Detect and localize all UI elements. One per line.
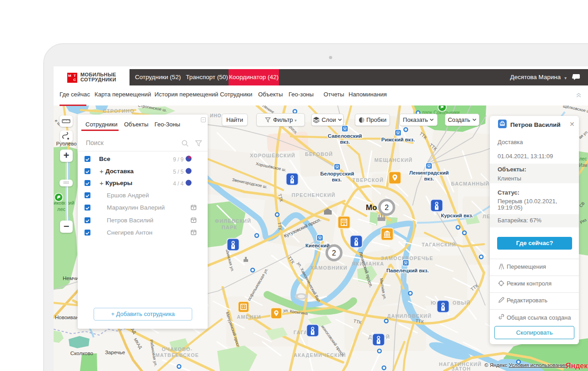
svg-text:Мытная ул.: Мытная ул. [379, 278, 387, 300]
svg-text:ТТК: ТТК [429, 142, 438, 151]
svg-text:ЯКИМАНКА: ЯКИМАНКА [352, 261, 384, 266]
svg-text:Курский вкз.: Курский вкз. [441, 213, 473, 218]
svg-text:ХОРОШЁВСКИЙ: ХОРОШЁВСКИЙ [250, 153, 295, 158]
svg-text:Павелецкий вкз.: Павелецкий вкз. [386, 268, 429, 273]
svg-text:ИНО: ИНО [210, 113, 221, 118]
svg-text:Рижский вкз.: Рижский вкз. [381, 137, 415, 142]
svg-text:ТТК: ТТК [469, 283, 479, 292]
svg-text:ТАГАНСКИЙ: ТАГАНСКИЙ [422, 242, 456, 247]
svg-text:Минская ул.: Минская ул. [225, 249, 235, 272]
svg-text:Савеловский: Савеловский [328, 133, 362, 139]
svg-text:ФИЛЁВСКИЙ: ФИЛЁВСКИЙ [215, 218, 251, 224]
svg-text:вкз.: вкз. [340, 139, 350, 145]
svg-text:ЗАТОН: ЗАТОН [452, 366, 471, 371]
svg-text:ТТК: ТТК [287, 255, 295, 265]
svg-text:Звенигородское ш.: Звенигородское ш. [232, 177, 268, 189]
svg-text:ТТК: ТТК [415, 318, 424, 324]
svg-text:Кутузовский просп.: Кутузовский просп. [283, 217, 322, 239]
svg-text:вкз.: вкз. [424, 176, 434, 181]
svg-text:ТТК: ТТК [353, 318, 362, 325]
svg-text:ТТК: ТТК [419, 131, 428, 140]
svg-text:БЕГОВОЙ: БЕГОВОЙ [305, 151, 333, 157]
svg-text:ТВЕРСКОЙ: ТВЕРСКОЙ [353, 177, 384, 183]
svg-text:Ленинградский: Ленинградский [409, 170, 448, 175]
svg-text:ТТК: ТТК [277, 222, 283, 231]
svg-text:осфильмовская ул.: осфильмовская ул. [247, 267, 269, 301]
svg-text:ТТК: ТТК [277, 193, 284, 202]
svg-text:ПРЕСНЕНСКИЙ: ПРЕСНЕНСКИЙ [292, 192, 335, 198]
svg-text:Хорошёвское ш.: Хорошёвское ш. [255, 161, 287, 172]
svg-text:Щёлковское ш: Щёлковское ш [563, 105, 588, 114]
svg-text:Мо: Мо [366, 203, 377, 212]
svg-text:СВ: СВ [578, 201, 586, 208]
svg-text:АКАДЕМИЧЕСКИЙ: АКАДЕМИЧЕСКИЙ [294, 352, 346, 358]
svg-text:Строгинское ш.: Строгинское ш. [138, 105, 167, 113]
svg-text:МЕЩАНСКИЙ: МЕЩАНСКИЙ [374, 157, 413, 163]
svg-text:Д: Д [369, 334, 373, 340]
svg-text:АМЕНКИ: АМЕНКИ [237, 314, 261, 320]
svg-text:Заречье: Заречье [105, 350, 125, 355]
svg-text:Изм: Изм [579, 163, 588, 168]
svg-text:2: 2 [332, 249, 336, 257]
svg-text:МКАД: МКАД [133, 337, 143, 350]
svg-text:ая ул.: ая ул. [578, 129, 588, 140]
svg-text:Сколково: Сколково [70, 351, 93, 356]
svg-text:ОВЫЙ: ОВЫЙ [453, 300, 471, 306]
svg-text:СТРОГИНО: СТРОГИНО [103, 108, 135, 114]
svg-text:ул. Косыгина: ул. Косыгина [283, 308, 308, 316]
svg-text:Белорусский: Белорусский [320, 171, 354, 176]
svg-text:ДАНИЛОВСКИЙ: ДАНИЛОВСКИЙ [387, 313, 432, 319]
svg-text:лес: лес [579, 156, 587, 161]
svg-text:Ленинский просп.: Ленинский просп. [358, 251, 374, 288]
svg-text:БАСМАННЫЙ: БАСМАННЫЙ [451, 181, 490, 186]
svg-text:МАТВЕЕВСКОЕ: МАТВЕЕВСКОЕ [155, 352, 199, 358]
svg-text:Ряз: Ряз [579, 217, 588, 225]
svg-text:ХАМОВНИКИ: ХАМОВНИКИ [310, 265, 347, 271]
svg-text:ПАРК: ПАРК [222, 225, 237, 230]
svg-text:лес: лес [57, 206, 66, 212]
svg-text:ОЧАКОВО-: ОЧАКОВО- [162, 346, 193, 352]
svg-text:2: 2 [385, 204, 389, 211]
svg-text:вкз.: вкз. [332, 177, 342, 182]
